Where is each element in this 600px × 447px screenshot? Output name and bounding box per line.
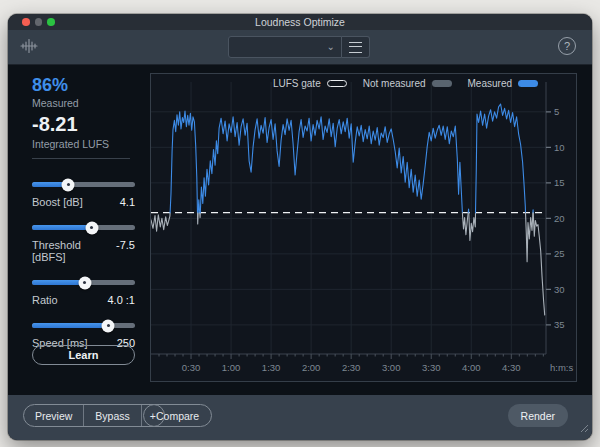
loudness-history-chart: LUFS gateNot measuredMeasured 0:301:001:… xyxy=(150,73,577,382)
ratio-slider-fill xyxy=(32,280,85,285)
ratio-label: Ratio xyxy=(32,294,58,306)
chart-legend: LUFS gateNot measuredMeasured xyxy=(151,78,538,89)
y-tick-label: 20 xyxy=(554,213,565,224)
x-tick-label: 3:30 xyxy=(422,362,441,373)
learn-button[interactable]: Learn xyxy=(32,345,135,365)
ratio-slider-readout: Ratio4.0 :1 xyxy=(32,294,135,306)
slider-threshold-dbfs: Threshold [dBFS]-7.5 xyxy=(32,225,135,263)
preset-controls: ⌄ xyxy=(228,36,370,58)
x-axis-unit-label: h:m:s xyxy=(550,362,573,373)
threshold-dbfs-slider-fill xyxy=(32,225,92,230)
ratio-value[interactable]: 4.0 :1 xyxy=(107,294,135,306)
x-tick-label: 4:30 xyxy=(502,362,521,373)
lufs-trace-not-measured xyxy=(200,213,201,218)
integrated-lufs-label: Integrated LUFS xyxy=(32,138,109,150)
speed-ms-slider-thumb[interactable] xyxy=(102,319,115,332)
y-tick-label: 5 xyxy=(554,106,559,117)
chevron-down-icon: ⌄ xyxy=(327,41,335,52)
lufs-trace-not-measured xyxy=(198,213,199,224)
boost-db-slider-track[interactable] xyxy=(32,182,135,187)
threshold-dbfs-slider-readout: Threshold [dBFS]-7.5 xyxy=(32,239,135,263)
legend-item-measured: Measured xyxy=(468,78,538,89)
plugin-window: Loudness Optimize ⌄ xyxy=(8,14,592,440)
slider-boost-db: Boost [dB]4.1 xyxy=(32,182,135,208)
hamburger-icon xyxy=(349,42,362,53)
y-tick-label: 30 xyxy=(554,284,565,295)
lufs-trace-not-measured xyxy=(462,213,468,235)
integrated-lufs-value: -8.21 xyxy=(32,113,78,136)
resize-grip-icon[interactable] xyxy=(580,419,589,437)
x-tick-label: 3:00 xyxy=(382,362,401,373)
lufs-trace-measured xyxy=(200,117,462,213)
lufs-trace-measured xyxy=(476,104,526,213)
preview-button[interactable]: Preview xyxy=(24,405,83,426)
legend-label: LUFS gate xyxy=(273,78,321,89)
bottom-bar: Preview Bypass + Compare Render xyxy=(8,395,592,440)
slider-ratio: Ratio4.0 :1 xyxy=(32,280,135,306)
boost-db-value[interactable]: 4.1 xyxy=(120,196,135,208)
lufs-trace-not-measured xyxy=(151,213,170,231)
legend-label: Measured xyxy=(468,78,512,89)
x-tick-label: 2:00 xyxy=(302,362,321,373)
compare-button[interactable]: Compare xyxy=(143,404,212,427)
legend-swatch-blue xyxy=(518,80,538,87)
panel-divider xyxy=(32,158,130,159)
lufs-trace-not-measured xyxy=(533,213,545,315)
measured-percent-label: Measured xyxy=(32,97,79,109)
lufs-trace-not-measured xyxy=(469,213,476,241)
x-tick-label: 1:30 xyxy=(262,362,281,373)
threshold-dbfs-value[interactable]: -7.5 xyxy=(116,239,135,263)
ratio-slider-track[interactable] xyxy=(32,280,135,285)
speed-ms-slider-fill xyxy=(32,323,108,328)
threshold-dbfs-slider-thumb[interactable] xyxy=(85,221,98,234)
y-tick-label: 35 xyxy=(554,319,565,330)
x-tick-label: 2:30 xyxy=(342,362,361,373)
boost-db-slider-thumb[interactable] xyxy=(62,178,75,191)
desktop: Loudness Optimize ⌄ xyxy=(0,0,600,447)
help-button[interactable]: ? xyxy=(558,37,576,55)
legend-label: Not measured xyxy=(363,78,426,89)
threshold-dbfs-label: Threshold [dBFS] xyxy=(32,239,116,263)
boost-db-slider-readout: Boost [dB]4.1 xyxy=(32,196,135,208)
x-tick-label: 1:00 xyxy=(222,362,241,373)
toolbar: ⌄ ? xyxy=(8,30,592,65)
y-tick-label: 10 xyxy=(554,142,565,153)
x-tick-label: 4:00 xyxy=(462,362,481,373)
preset-menu-button[interactable] xyxy=(342,36,370,58)
question-mark-icon: ? xyxy=(564,40,570,52)
main-content: 86% Measured -8.21 Integrated LUFS Boost… xyxy=(8,65,592,395)
bypass-button[interactable]: Bypass xyxy=(84,405,140,426)
slider-stack: Boost [dB]4.1Threshold [dBFS]-7.5Ratio4.… xyxy=(32,178,135,366)
boost-db-label: Boost [dB] xyxy=(32,196,83,208)
lufs-trace-measured xyxy=(198,200,200,213)
loudness-optimize-icon xyxy=(20,38,38,60)
speed-ms-slider-track[interactable] xyxy=(32,323,135,328)
threshold-dbfs-slider-track[interactable] xyxy=(32,225,135,230)
legend-swatch-outline xyxy=(327,80,347,87)
legend-item-lufs-gate: LUFS gate xyxy=(273,78,347,89)
legend-item-not-measured: Not measured xyxy=(363,78,452,89)
y-tick-label: 15 xyxy=(554,177,565,188)
window-title: Loudness Optimize xyxy=(8,16,592,28)
legend-swatch-gray xyxy=(432,80,452,87)
y-tick-label: 25 xyxy=(554,248,565,259)
lufs-trace-measured xyxy=(170,111,197,213)
title-bar: Loudness Optimize xyxy=(8,14,592,30)
measured-percent-value: 86% xyxy=(32,75,68,96)
x-tick-label: 0:30 xyxy=(182,362,201,373)
lufs-time-plot: 0:301:001:302:002:303:003:304:004:30h:m:… xyxy=(151,74,576,381)
preset-selector[interactable]: ⌄ xyxy=(228,36,342,58)
ratio-slider-thumb[interactable] xyxy=(78,276,91,289)
learn-button-label: Learn xyxy=(69,349,99,361)
render-button[interactable]: Render xyxy=(508,404,568,427)
